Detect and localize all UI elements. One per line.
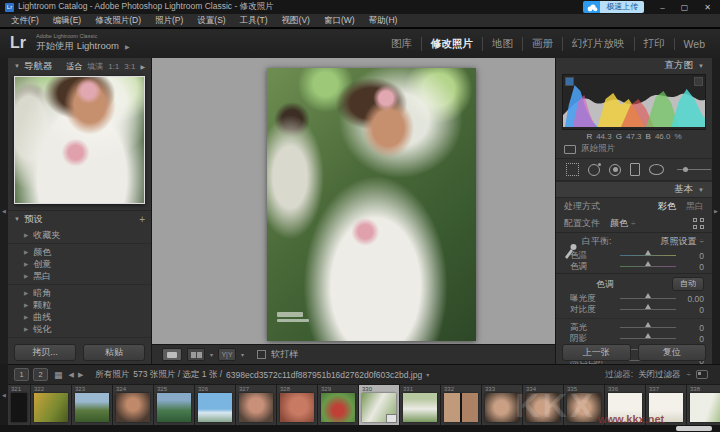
treatment-color[interactable]: 彩色 (658, 200, 676, 213)
monitor-2-button[interactable]: 2 (33, 368, 48, 381)
close-button[interactable]: ✕ (704, 3, 711, 12)
histogram-header[interactable]: 直方图 ▼ (556, 58, 712, 73)
filmstrip-thumbnail[interactable]: 326 (195, 385, 236, 425)
filmstrip-thumbnail[interactable]: 333 (482, 385, 523, 425)
contrast-slider[interactable] (620, 309, 676, 310)
filmstrip-thumbnail-selected[interactable]: 330 (359, 385, 400, 425)
filmstrip-thumbnail[interactable]: 325 (154, 385, 195, 425)
navigator-header[interactable]: ▼ 导航器 适合 填满 1:1 3:1 ▶ (8, 58, 151, 74)
spot-removal-tool-icon[interactable] (588, 164, 600, 176)
module-library[interactable]: 图库 (382, 37, 421, 51)
preset-bw[interactable]: ▶黑白 (8, 270, 151, 282)
filmstrip-thumbnail[interactable]: 338 (687, 385, 720, 425)
loupe-view-button[interactable] (162, 348, 182, 361)
radial-filter-tool-icon[interactable] (649, 164, 664, 175)
basic-panel-header[interactable]: 基本 ▼ (556, 181, 712, 198)
filter-dropdown[interactable]: 关闭过滤器 ÷ (638, 369, 691, 381)
profile-dropdown-icon[interactable]: ÷ (631, 219, 635, 228)
preset-vignette[interactable]: ▶暗角 (8, 287, 151, 299)
collapse-right-panel[interactable]: ▶ (712, 58, 720, 364)
wb-value[interactable]: 原照设置 (661, 235, 697, 248)
upload-button[interactable]: 极速上传 (583, 1, 644, 13)
menu-help[interactable]: 帮助(H) (362, 15, 405, 27)
grid-view-icon[interactable]: ▦ (54, 370, 63, 380)
menu-develop[interactable]: 修改照片(D) (88, 15, 148, 27)
filmstrip-thumbnail[interactable]: 323 (72, 385, 113, 425)
module-print[interactable]: 打印 (634, 37, 674, 51)
menu-edit[interactable]: 编辑(E) (46, 15, 88, 27)
start-with-lightroom[interactable]: 开始使用 Lightroom ▶ (36, 40, 130, 53)
add-preset-button[interactable]: + (139, 214, 145, 225)
reset-button[interactable]: 复位 (638, 344, 707, 361)
wb-dropdown-icon[interactable]: ÷ (700, 237, 704, 246)
slider-thumb[interactable] (645, 250, 651, 255)
preset-color[interactable]: ▶颜色 (8, 246, 151, 258)
eyedropper-icon[interactable] (563, 238, 577, 264)
filmstrip-thumbnail[interactable]: 331 (400, 385, 441, 425)
filmstrip-thumbnail[interactable]: 321 (8, 385, 31, 425)
filmstrip-thumbnail[interactable]: 322 (31, 385, 72, 425)
maximize-button[interactable]: ▢ (681, 3, 689, 12)
menu-settings[interactable]: 设置(S) (190, 15, 232, 27)
presets-header[interactable]: ▼ 预设 + (8, 211, 151, 227)
filter-toggle-switch[interactable] (696, 370, 708, 379)
filmstrip-thumbnail[interactable]: 335 (564, 385, 605, 425)
monitor-1-button[interactable]: 1 (14, 368, 29, 381)
forward-arrow-icon[interactable]: ▶ (78, 371, 83, 379)
filmstrip-thumbnail[interactable]: 337 (646, 385, 687, 425)
copy-button[interactable]: 拷贝... (14, 344, 76, 361)
preset-favorites[interactable]: ▶收藏夹 (8, 229, 151, 241)
highlight-clipping-indicator[interactable] (694, 77, 703, 86)
zoom-ratio[interactable]: 3:1 (124, 62, 135, 71)
slider-thumb[interactable] (645, 333, 651, 338)
filmstrip-thumbnail[interactable]: 328 (277, 385, 318, 425)
filmstrip-thumbnail[interactable]: 327 (236, 385, 277, 425)
zoom-1-1[interactable]: 1:1 (108, 62, 119, 71)
filmstrip-thumbnail[interactable]: 336 (605, 385, 646, 425)
scrollbar-thumb[interactable] (676, 426, 712, 431)
profile-browser-icon[interactable] (693, 218, 704, 229)
compare-dropdown-icon[interactable]: ▾ (241, 351, 244, 358)
filmstrip-source-indicator[interactable]: 所有照片 573 张照片 / 选定 1 张 / 6398ecd3572c11df… (95, 369, 429, 381)
slider-thumb[interactable] (645, 261, 651, 266)
preset-grain[interactable]: ▶颗粒 (8, 299, 151, 311)
tint-slider[interactable] (620, 266, 676, 267)
slider-thumb[interactable] (645, 304, 651, 309)
module-book[interactable]: 画册 (522, 37, 562, 51)
menu-photo[interactable]: 照片(P) (148, 15, 190, 27)
preset-curve[interactable]: ▶曲线 (8, 311, 151, 323)
minimize-button[interactable]: – (660, 3, 664, 12)
histogram[interactable] (562, 74, 706, 130)
module-slideshow[interactable]: 幻灯片放映 (562, 37, 634, 51)
profile-value[interactable]: 颜色 (610, 217, 628, 230)
temp-slider[interactable] (620, 255, 676, 256)
highlights-slider[interactable] (620, 327, 676, 328)
preset-creative[interactable]: ▶创意 (8, 258, 151, 270)
before-after-view-button[interactable] (187, 348, 205, 361)
filmstrip-scroll-left[interactable]: ◀ (0, 364, 8, 425)
zoom-fill[interactable]: 填满 (87, 61, 103, 72)
graduated-filter-tool-icon[interactable] (630, 163, 640, 176)
menu-tools[interactable]: 工具(T) (233, 15, 275, 27)
module-map[interactable]: 地图 (482, 37, 522, 51)
filmstrip-thumbnail[interactable]: 332 (441, 385, 482, 425)
soft-proof-checkbox[interactable] (257, 350, 266, 359)
preset-sharpen[interactable]: ▶锐化 (8, 323, 151, 335)
paste-button[interactable]: 粘贴 (83, 344, 145, 361)
crop-tool-icon[interactable] (566, 163, 579, 176)
zoom-dropdown-icon[interactable]: ▶ (140, 63, 145, 70)
previous-button[interactable]: 上一张 (562, 344, 631, 361)
exposure-slider[interactable] (620, 298, 676, 299)
shadows-slider[interactable] (620, 338, 676, 339)
navigator-preview[interactable] (14, 76, 145, 204)
collapse-left-panel[interactable]: ◀ (0, 58, 8, 364)
module-web[interactable]: Web (674, 38, 714, 50)
filmstrip-thumbnail[interactable]: 324 (113, 385, 154, 425)
back-arrow-icon[interactable]: ◀ (69, 371, 74, 379)
treatment-bw[interactable]: 黑白 (686, 200, 704, 213)
red-eye-tool-icon[interactable] (609, 164, 621, 176)
slider-thumb[interactable] (645, 322, 651, 327)
zoom-fit[interactable]: 适合 (66, 61, 82, 72)
filmstrip-thumbnail[interactable]: 329 (318, 385, 359, 425)
slider-thumb[interactable] (645, 293, 651, 298)
